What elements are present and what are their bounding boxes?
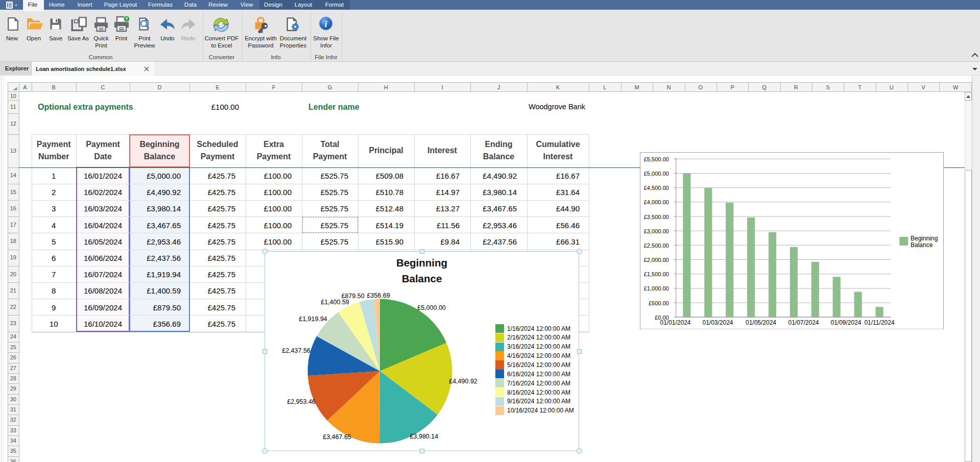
svg-text:i: i bbox=[325, 19, 327, 29]
svg-text:£4,000.00: £4,000.00 bbox=[644, 199, 669, 205]
svg-text:?: ? bbox=[125, 16, 128, 21]
svg-text:01/07/2024: 01/07/2024 bbox=[788, 319, 819, 326]
svg-text:01/11/2024: 01/11/2024 bbox=[864, 319, 894, 326]
svg-text:01/05/2024: 01/05/2024 bbox=[746, 319, 776, 326]
svg-text:£2,000.00: £2,000.00 bbox=[644, 257, 669, 263]
svg-text:£3,500.00: £3,500.00 bbox=[644, 213, 669, 220]
svg-text:Balance: Balance bbox=[911, 241, 933, 248]
svg-text:01/01/2024: 01/01/2024 bbox=[660, 319, 690, 326]
svg-text:01/03/2024: 01/03/2024 bbox=[702, 319, 733, 326]
svg-text:£3,000.00: £3,000.00 bbox=[644, 228, 669, 234]
svg-text:£5,500.00: £5,500.00 bbox=[644, 156, 669, 162]
svg-text:£5,000.00: £5,000.00 bbox=[644, 171, 669, 177]
svg-text:£4,500.00: £4,500.00 bbox=[644, 185, 669, 191]
svg-text:£2,500.00: £2,500.00 bbox=[644, 242, 669, 248]
svg-text:£1,500.00: £1,500.00 bbox=[644, 271, 669, 277]
svg-text:01/09/2024: 01/09/2024 bbox=[830, 319, 861, 326]
svg-text:£500.00: £500.00 bbox=[649, 300, 669, 306]
svg-text:£1,000.00: £1,000.00 bbox=[644, 285, 669, 291]
svg-text:Beginning: Beginning bbox=[911, 234, 938, 241]
